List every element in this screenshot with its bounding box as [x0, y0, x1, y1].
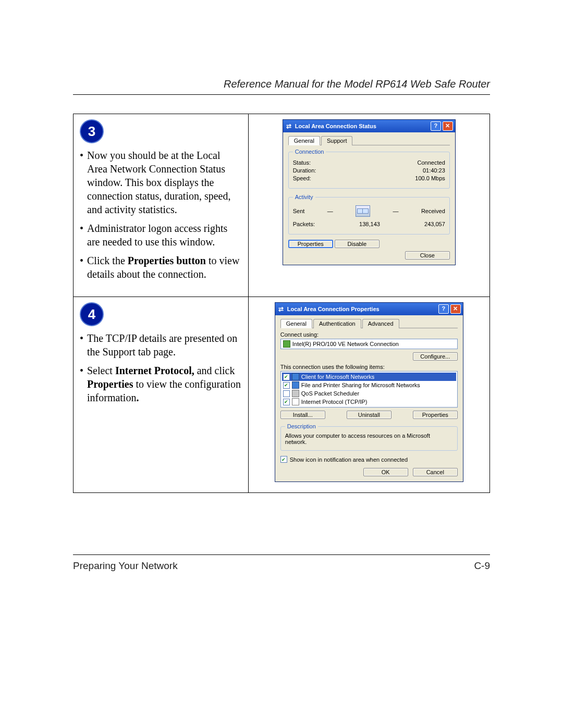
group-connection: Connection Status:Connected Duration:01:… [288, 149, 450, 189]
step-4-badge: 4 [80, 302, 104, 326]
notify-checkbox[interactable]: ✔Show icon in notification area when con… [280, 456, 458, 463]
cancel-button[interactable]: Cancel [413, 468, 458, 476]
connect-using-label: Connect using: [280, 331, 458, 338]
tab-general[interactable]: General [288, 136, 320, 145]
tab-advanced[interactable]: Advanced [362, 319, 399, 328]
group-activity: Activity Sent — — Received Packets: 138,… [288, 194, 450, 235]
close-icon[interactable]: ✕ [443, 121, 453, 131]
dialog-connection-properties: ⇄ Local Area Connection Properties ? ✕ G… [275, 302, 463, 482]
configure-button[interactable]: Configure... [413, 352, 458, 361]
group-description: Description Allows your computer to acce… [280, 423, 458, 451]
client-icon [292, 373, 299, 380]
adapter-field: Intel(R) PRO/100 VE Network Connection [280, 339, 458, 349]
step-3-badge: 3 [80, 119, 104, 143]
properties-button[interactable]: Properties [413, 411, 458, 419]
list-item: ✔QoS Packet Scheduler [282, 389, 456, 398]
network-icon: ⇄ [285, 122, 292, 130]
step-4-text: •The TCP/IP details are presented on the… [80, 331, 242, 404]
list-item: ✔Internet Protocol (TCP/IP) [282, 398, 456, 406]
dialog-title: Local Area Connection Properties [287, 306, 437, 312]
qos-icon [292, 390, 299, 397]
close-button[interactable]: Close [405, 251, 450, 260]
tab-general[interactable]: General [280, 319, 312, 328]
tab-authentication[interactable]: Authentication [313, 319, 361, 328]
list-item: ✔Client for Microsoft Networks [282, 373, 456, 381]
share-icon [292, 381, 299, 389]
dialog-connection-status: ⇄ Local Area Connection Status ? ✕ Gener… [283, 119, 456, 265]
page-header: Reference Manual for the Model RP614 Web… [73, 78, 490, 95]
steps-table: 3 •Now you should be at the Local Area N… [73, 114, 490, 493]
network-icon: ⇄ [277, 305, 285, 313]
footer-right: C-9 [474, 560, 490, 572]
items-label: This connection uses the following items… [280, 364, 458, 370]
step-3-text: •Now you should be at the Local Area Net… [80, 149, 242, 281]
footer-left: Preparing Your Network [73, 560, 178, 572]
activity-icon [356, 205, 370, 217]
close-icon[interactable]: ✕ [450, 304, 461, 314]
dialog-title: Local Area Connection Status [295, 123, 429, 129]
disable-button[interactable]: Disable [335, 240, 380, 248]
list-item: ✔File and Printer Sharing for Microsoft … [282, 381, 456, 389]
install-button[interactable]: Install... [280, 411, 325, 419]
uninstall-button[interactable]: Uninstall [347, 411, 391, 419]
components-list[interactable]: ✔Client for Microsoft Networks ✔File and… [280, 371, 458, 408]
properties-button[interactable]: Properties [288, 240, 333, 248]
adapter-icon [283, 340, 290, 348]
tcpip-icon [292, 398, 299, 405]
help-button[interactable]: ? [431, 121, 441, 131]
help-button[interactable]: ? [438, 304, 449, 314]
ok-button[interactable]: OK [363, 468, 408, 476]
tab-support[interactable]: Support [321, 136, 353, 145]
